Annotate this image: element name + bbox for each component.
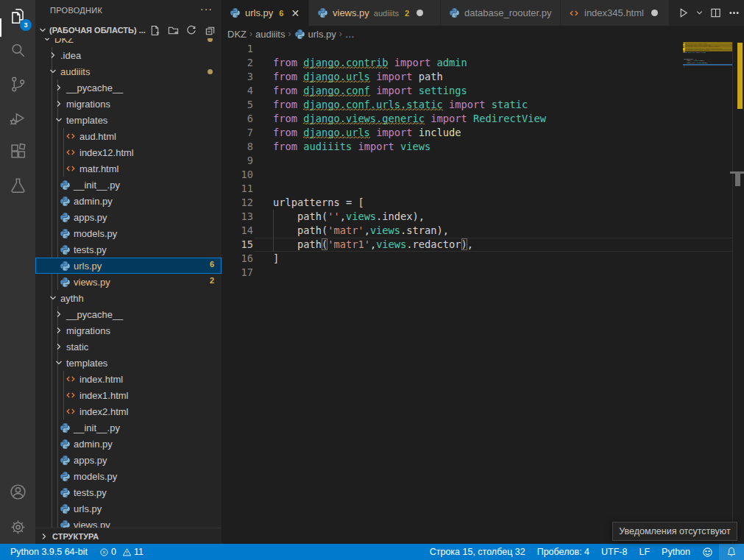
tree-folder-audiiits[interactable]: audiiits bbox=[35, 63, 222, 79]
chevron-right-icon: › bbox=[249, 29, 252, 39]
eol-status[interactable]: LF bbox=[633, 544, 656, 560]
tab-views.py[interactable]: views.pyaudiiits2 bbox=[309, 0, 440, 26]
line-number: 10 bbox=[231, 168, 253, 182]
chevron-right-icon bbox=[47, 49, 59, 61]
tree-file-urls.py[interactable]: urls.py6 bbox=[35, 258, 222, 274]
code-token: views bbox=[346, 210, 376, 222]
code-token bbox=[443, 99, 449, 110]
tree-file-urls.py[interactable]: urls.py bbox=[35, 500, 222, 517]
code-token: views bbox=[370, 224, 400, 236]
line-number: 17 bbox=[231, 266, 253, 280]
status-bar: Python 3.9.5 64-bit011 Строка 15, столбе… bbox=[0, 544, 744, 560]
chevron-right-icon: › bbox=[288, 29, 291, 39]
tree-folder-.idea[interactable]: .idea bbox=[35, 47, 222, 63]
workspace-section-header[interactable]: (РАБОЧАЯ ОБЛАСТЬ) ... bbox=[35, 22, 222, 38]
overview-warning-marker bbox=[737, 43, 743, 109]
indentation-status[interactable]: Пробелов: 4 bbox=[531, 544, 595, 560]
activity-settings-icon[interactable] bbox=[0, 510, 35, 544]
tree-folder-migrations[interactable]: migrations bbox=[35, 96, 222, 112]
tree-file-matr.html[interactable]: matr.html bbox=[35, 160, 222, 177]
tab-label: urls.py bbox=[245, 7, 273, 18]
tab-database_roouter.py[interactable]: database_roouter.py bbox=[441, 0, 560, 26]
tree-file-models.py[interactable]: models.py bbox=[35, 225, 222, 241]
tree-file-index12.html[interactable]: index12.html bbox=[35, 144, 222, 160]
tree-folder-templates[interactable]: templates bbox=[35, 355, 222, 371]
code-token: from bbox=[273, 85, 297, 96]
tree-file-index1.html[interactable]: index1.html bbox=[35, 387, 222, 403]
vscode-window: 3 ПРОВОДНИК ··· DKZ.ideaaudiiits__pycach… bbox=[0, 0, 744, 560]
tree-item-label: views.py bbox=[74, 520, 110, 528]
problems-status[interactable]: 011 bbox=[93, 544, 149, 560]
tree-file-tests.py[interactable]: tests.py bbox=[35, 241, 222, 258]
new-folder-icon[interactable] bbox=[167, 24, 179, 36]
run-dropdown-icon[interactable] bbox=[696, 10, 703, 16]
tree-folder-__pycache__[interactable]: __pycache__ bbox=[35, 79, 222, 96]
split-editor-icon[interactable] bbox=[710, 7, 721, 18]
tree-file-__init__.py[interactable]: __init__.py bbox=[35, 419, 222, 436]
minimap[interactable]: from django.contrib import adminfrom dja… bbox=[683, 42, 733, 544]
tree-file-admin.py[interactable]: admin.py bbox=[35, 436, 222, 452]
new-file-icon[interactable] bbox=[149, 24, 160, 36]
feedback-icon[interactable] bbox=[696, 544, 719, 560]
problems-badge: 6 bbox=[210, 260, 214, 269]
activity-run-debug-icon[interactable] bbox=[0, 101, 35, 135]
tab-description: audiiits bbox=[374, 9, 399, 18]
chevron-right-icon bbox=[38, 533, 50, 540]
language-mode-status[interactable]: Python bbox=[656, 544, 696, 560]
tree-file-apps.py[interactable]: apps.py bbox=[35, 452, 222, 468]
tree-file-aud.html[interactable]: aud.html bbox=[35, 128, 222, 144]
tree-folder-__pycache__[interactable]: __pycache__ bbox=[35, 306, 222, 322]
tab-index345.html[interactable]: index345.html bbox=[561, 0, 669, 26]
tree-file-apps.py[interactable]: apps.py bbox=[35, 209, 222, 225]
code-token: '' bbox=[327, 210, 339, 222]
activity-account-icon[interactable] bbox=[0, 475, 35, 508]
code-token: 'matr1' bbox=[327, 238, 370, 250]
collapse-all-icon[interactable] bbox=[204, 24, 216, 36]
tree-file-views.py[interactable]: views.py2 bbox=[35, 274, 222, 290]
python-interpreter-status[interactable]: Python 3.9.5 64-bit bbox=[0, 544, 93, 560]
activity-search-icon[interactable] bbox=[0, 33, 35, 67]
breadcrumb: DKZ›audiiits›urls.py›… bbox=[222, 26, 744, 42]
breadcrumb-item[interactable]: … bbox=[345, 29, 355, 40]
tree-file-index2.html[interactable]: index2.html bbox=[35, 403, 222, 419]
code-token: ] bbox=[684, 65, 684, 67]
code-editor[interactable]: 1234567891011121314151617 from django.co… bbox=[222, 42, 744, 544]
activity-extensions-icon[interactable] bbox=[0, 135, 35, 169]
problems-badge: 2 bbox=[210, 276, 214, 285]
more-actions-icon[interactable] bbox=[729, 7, 740, 18]
close-icon[interactable]: ✕ bbox=[289, 7, 301, 19]
tree-folder-migrations[interactable]: migrations bbox=[35, 322, 222, 339]
notifications-bell-icon[interactable] bbox=[719, 544, 744, 560]
status-bar-left: Python 3.9.5 64-bit011 bbox=[0, 544, 149, 560]
activity-explorer-icon[interactable]: 3 bbox=[0, 0, 35, 33]
code-line-11 bbox=[273, 182, 546, 196]
tree-file-index.html[interactable]: index.html bbox=[35, 371, 222, 387]
tree-file-admin.py[interactable]: admin.py bbox=[35, 193, 222, 209]
tree-folder-templates[interactable]: templates bbox=[35, 112, 222, 128]
activity-source-control-icon[interactable] bbox=[0, 67, 35, 101]
sidebar-more-icon[interactable]: ··· bbox=[200, 3, 213, 15]
breadcrumb-item[interactable]: DKZ bbox=[227, 29, 247, 40]
run-icon[interactable] bbox=[678, 7, 689, 18]
overview-ruler[interactable] bbox=[733, 42, 744, 544]
code-token: ) bbox=[461, 238, 467, 250]
cursor-position-status[interactable]: Строка 15, столбец 32 bbox=[424, 544, 531, 560]
python-file-icon bbox=[59, 422, 71, 433]
breadcrumb-item[interactable]: audiiits bbox=[255, 29, 285, 40]
breadcrumb-item[interactable]: urls.py bbox=[308, 29, 336, 40]
tree-item-label: urls.py bbox=[74, 260, 102, 272]
code-token: import bbox=[431, 113, 467, 124]
tree-file-models.py[interactable]: models.py bbox=[35, 468, 222, 484]
tree-folder-static[interactable]: static bbox=[35, 339, 222, 355]
tree-file-tests.py[interactable]: tests.py bbox=[35, 484, 222, 500]
activity-testing-icon[interactable] bbox=[0, 169, 35, 202]
outline-section-header[interactable]: СТРУКТУРА bbox=[35, 528, 222, 544]
warning-count: 11 bbox=[134, 547, 144, 557]
refresh-icon[interactable] bbox=[185, 24, 197, 36]
tree-folder-aythh[interactable]: aythh bbox=[35, 290, 222, 306]
tree-file-__init__.py[interactable]: __init__.py bbox=[35, 177, 222, 193]
tree-file-views.py[interactable]: views.py bbox=[35, 517, 222, 528]
tab-urls.py[interactable]: urls.py6✕ bbox=[222, 0, 308, 26]
code-token: import bbox=[376, 85, 412, 96]
encoding-status[interactable]: UTF-8 bbox=[595, 544, 633, 560]
